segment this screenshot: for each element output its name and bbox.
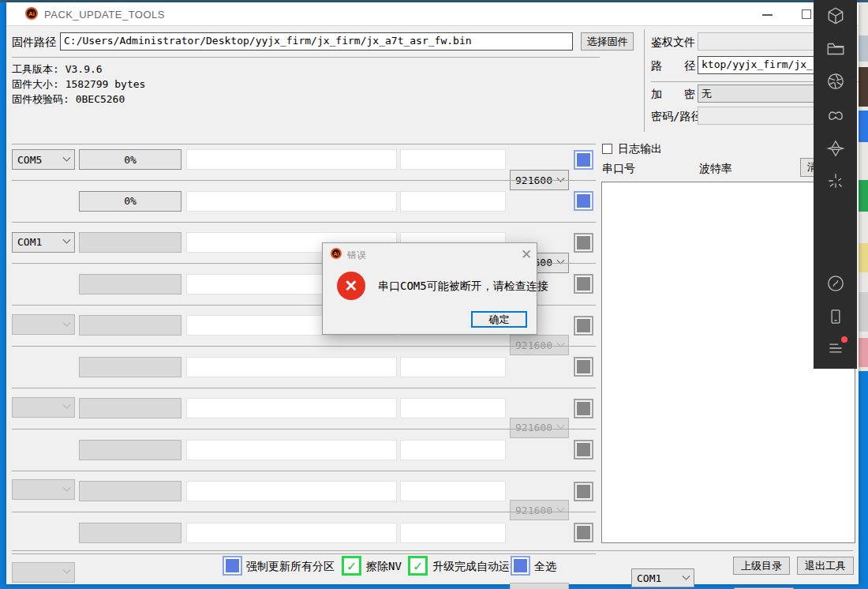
- firmware-checksum-text: 固件校验码: 0BEC5260: [12, 92, 125, 107]
- separator: [12, 512, 596, 512]
- row-port-select[interactable]: [12, 314, 75, 335]
- log-baud-label: 波特率: [699, 162, 732, 176]
- row-status-field: [186, 398, 397, 418]
- folder-icon[interactable]: [825, 39, 846, 59]
- firmware-path-input[interactable]: C:/Users/Administrator/Desktop/yyjx_firm…: [60, 32, 573, 51]
- row-enable-checkbox[interactable]: [574, 233, 593, 253]
- menu-icon[interactable]: [825, 338, 846, 358]
- row-enable-checkbox[interactable]: [574, 399, 593, 418]
- hexagram-icon[interactable]: [825, 138, 846, 159]
- row-enable-checkbox[interactable]: [574, 274, 593, 294]
- row-port-select[interactable]: COM5: [12, 149, 75, 170]
- row-port-select[interactable]: [12, 479, 75, 500]
- autorun-checkbox[interactable]: ✓: [408, 556, 428, 576]
- titlebar[interactable]: Ai PACK_UPDATE_TOOLS: [6, 2, 859, 26]
- dialog-close-icon[interactable]: ✕: [521, 246, 532, 263]
- password-path-label: 密码/路径: [651, 110, 702, 124]
- row-enable-checkbox[interactable]: [574, 482, 593, 501]
- row-enable-checkbox[interactable]: [574, 440, 593, 460]
- log-output-checkbox[interactable]: [602, 144, 612, 154]
- row-progress: [79, 232, 181, 253]
- row-progress: [79, 440, 181, 460]
- dialog-message: 串口COM5可能被断开，请检查连接: [378, 279, 548, 294]
- error-icon: ✕: [337, 272, 365, 300]
- desktop-icon-fragment: [859, 36, 868, 62]
- separator: [12, 553, 596, 554]
- row-baud-select[interactable]: 921600: [510, 500, 569, 520]
- parent-dir-button[interactable]: 上级目录: [733, 557, 790, 575]
- force-update-checkbox[interactable]: [223, 556, 242, 576]
- select-all-label: 全选: [534, 560, 556, 574]
- separator: [12, 222, 596, 223]
- row-baud-select[interactable]: 921600: [510, 418, 569, 438]
- firmware-path-label: 固件路径: [12, 36, 56, 50]
- cube-icon[interactable]: [825, 6, 846, 26]
- phone-icon[interactable]: [825, 306, 846, 327]
- chevron-down-icon: [63, 236, 71, 244]
- row-progress: [79, 523, 181, 543]
- separator: [12, 57, 600, 58]
- separator: [12, 144, 596, 144]
- minimize-icon[interactable]: [762, 14, 773, 16]
- row-enable-checkbox[interactable]: [574, 316, 593, 336]
- chevron-down-icon: [63, 318, 71, 326]
- row-port-select[interactable]: COM1: [12, 232, 75, 253]
- separator: [12, 346, 596, 347]
- erase-nv-checkbox[interactable]: ✓: [342, 556, 361, 576]
- row-enable-checkbox[interactable]: [574, 191, 593, 211]
- row-info-field: [400, 357, 506, 377]
- row-info-field: [400, 398, 506, 418]
- aperture-icon[interactable]: [825, 71, 846, 92]
- choose-firmware-button[interactable]: 选择固件: [581, 32, 634, 51]
- chevron-down-icon: [63, 153, 71, 161]
- row-info-field: [400, 481, 506, 501]
- row-status-field: [186, 149, 397, 170]
- desktop-icon-fragment: [859, 111, 868, 142]
- row-status-field: [186, 357, 397, 377]
- row-enable-checkbox[interactable]: [574, 357, 593, 377]
- sparkle-icon[interactable]: [825, 171, 846, 191]
- error-dialog: Ai 错误 ✕ ✕ 串口COM5可能被断开，请检查连接 确定: [322, 242, 537, 335]
- app-icon: Ai: [25, 7, 38, 20]
- separator: [12, 550, 853, 551]
- maximize-icon[interactable]: [802, 9, 811, 19]
- log-port-select[interactable]: COM1: [631, 568, 694, 587]
- row-progress: 0%: [79, 149, 181, 170]
- separator: [12, 471, 596, 471]
- dialog-app-icon: Ai: [331, 248, 342, 259]
- dialog-ok-button[interactable]: 确定: [471, 311, 527, 328]
- firmware-size-text: 固件大小: 1582799 bytes: [12, 77, 145, 92]
- row-status-field: [186, 191, 397, 212]
- separator: [12, 429, 596, 430]
- encrypt-label: 加 密: [651, 88, 695, 102]
- row-enable-checkbox[interactable]: [574, 523, 593, 542]
- select-all-checkbox[interactable]: [511, 556, 530, 576]
- chevron-down-icon: [63, 566, 71, 574]
- row-info-field: [400, 149, 506, 170]
- butterfly-icon[interactable]: [825, 105, 846, 126]
- log-port-label: 串口号: [602, 162, 635, 176]
- separator: [12, 180, 596, 181]
- auth-path-label: 路 径: [651, 59, 695, 73]
- tool-version-text: 工具版本: V3.9.6: [12, 62, 103, 77]
- dialog-title: 错误: [347, 249, 366, 262]
- chevron-down-icon: [557, 504, 565, 512]
- chevron-down-icon: [63, 483, 71, 491]
- row-status-field: [186, 440, 397, 460]
- row-baud-select[interactable]: 921600: [510, 583, 569, 589]
- row-baud-select[interactable]: 921600: [510, 335, 569, 355]
- row-progress: [79, 357, 181, 377]
- desktop-icon-fragment: [859, 338, 868, 367]
- row-info-field: [400, 440, 506, 460]
- desktop-icon-fragment: [859, 243, 868, 272]
- row-port-select[interactable]: [12, 562, 75, 583]
- chevron-down-icon: [683, 572, 690, 580]
- link-icon[interactable]: [825, 273, 846, 294]
- row-port-select[interactable]: [12, 397, 75, 418]
- log-output-label: 日志输出: [618, 142, 662, 156]
- exit-tool-button[interactable]: 退出工具: [797, 557, 854, 575]
- force-update-label: 强制更新所有分区: [246, 560, 335, 574]
- row-info-field: [400, 191, 506, 212]
- chevron-down-icon: [63, 401, 71, 409]
- row-enable-checkbox[interactable]: [574, 150, 593, 170]
